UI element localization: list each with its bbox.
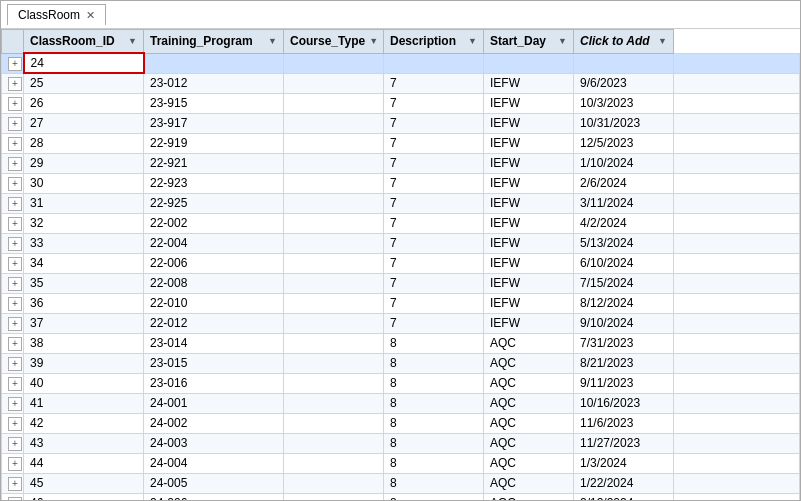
expand-cell: + — [2, 473, 24, 493]
click-to-add-cell — [674, 133, 800, 153]
training-program-cell — [284, 73, 384, 93]
training-program-cell — [284, 173, 384, 193]
table-row: +4023-0168AQC9/11/2023 — [2, 373, 800, 393]
classroom-id-cell: 22-008 — [144, 273, 284, 293]
expand-button[interactable]: + — [8, 497, 22, 501]
row-number-cell: 25 — [24, 73, 144, 93]
description-cell: IEFW — [484, 133, 574, 153]
filter-arrow-training-program[interactable]: ▼ — [268, 36, 277, 46]
description-cell: IEFW — [484, 313, 574, 333]
course-type-cell: 7 — [384, 133, 484, 153]
row-number-cell: 44 — [24, 453, 144, 473]
table-row: +2723-9177IEFW10/31/2023 — [2, 113, 800, 133]
description-cell: IEFW — [484, 233, 574, 253]
training-program-cell — [284, 313, 384, 333]
click-to-add-cell — [674, 53, 800, 73]
classroom-id-cell: 23-015 — [144, 353, 284, 373]
classroom-table: ClassRoom_ID ▼ Training_Program ▼ Course… — [1, 29, 800, 500]
training-program-cell — [284, 213, 384, 233]
expand-button[interactable]: + — [8, 297, 22, 311]
start-day-cell: 12/5/2023 — [574, 133, 674, 153]
expand-button[interactable]: + — [8, 337, 22, 351]
expand-button[interactable]: + — [8, 157, 22, 171]
expand-button[interactable]: + — [8, 57, 22, 71]
course-type-cell: 8 — [384, 453, 484, 473]
expand-button[interactable]: + — [8, 437, 22, 451]
click-to-add-cell — [674, 413, 800, 433]
col-header-classroom-id[interactable]: ClassRoom_ID ▼ — [24, 30, 144, 54]
description-cell: IEFW — [484, 213, 574, 233]
expand-button[interactable]: + — [8, 477, 22, 491]
expand-cell: + — [2, 173, 24, 193]
expand-button[interactable]: + — [8, 117, 22, 131]
click-to-add-cell — [674, 233, 800, 253]
expand-cell: + — [2, 413, 24, 433]
expand-cell: + — [2, 333, 24, 353]
editing-input[interactable] — [31, 56, 71, 70]
classroom-tab[interactable]: ClassRoom ✕ — [7, 4, 106, 25]
course-type-cell: 8 — [384, 493, 484, 500]
training-program-cell — [284, 153, 384, 173]
col-header-course-type[interactable]: Course_Type ▼ — [284, 30, 384, 54]
row-number-cell — [24, 53, 144, 73]
expand-cell: + — [2, 93, 24, 113]
click-to-add-cell — [674, 153, 800, 173]
start-day-cell: 11/27/2023 — [574, 433, 674, 453]
tab-close-icon[interactable]: ✕ — [86, 9, 95, 22]
expand-button[interactable]: + — [8, 197, 22, 211]
col-header-description[interactable]: Description ▼ — [384, 30, 484, 54]
row-number-cell: 40 — [24, 373, 144, 393]
expand-button[interactable]: + — [8, 277, 22, 291]
classroom-id-cell: 23-915 — [144, 93, 284, 113]
expand-button[interactable]: + — [8, 137, 22, 151]
training-program-cell — [284, 293, 384, 313]
expand-button[interactable]: + — [8, 417, 22, 431]
table-row: +2922-9217IEFW1/10/2024 — [2, 153, 800, 173]
expand-cell: + — [2, 113, 24, 133]
expand-cell: + — [2, 253, 24, 273]
course-type-cell: 8 — [384, 373, 484, 393]
title-bar: ClassRoom ✕ — [1, 1, 800, 29]
expand-button[interactable]: + — [8, 97, 22, 111]
expand-cell: + — [2, 313, 24, 333]
description-cell: AQC — [484, 333, 574, 353]
expand-button[interactable]: + — [8, 237, 22, 251]
expand-button[interactable]: + — [8, 357, 22, 371]
course-type-cell: 8 — [384, 393, 484, 413]
filter-arrow-classroom-id[interactable]: ▼ — [128, 36, 137, 46]
col-header-start-day[interactable]: Start_Day ▼ — [484, 30, 574, 54]
click-to-add-cell — [674, 493, 800, 500]
training-program-cell — [284, 93, 384, 113]
filter-arrow-click-to-add[interactable]: ▼ — [658, 36, 667, 46]
description-cell: IEFW — [484, 193, 574, 213]
start-day-cell: 10/31/2023 — [574, 113, 674, 133]
start-day-cell: 1/22/2024 — [574, 473, 674, 493]
expand-button[interactable]: + — [8, 217, 22, 231]
click-to-add-cell — [674, 473, 800, 493]
expand-cell: + — [2, 153, 24, 173]
start-day-cell: 4/2/2024 — [574, 213, 674, 233]
click-to-add-cell — [674, 213, 800, 233]
expand-button[interactable]: + — [8, 177, 22, 191]
click-to-add-cell — [674, 253, 800, 273]
col-header-click-to-add[interactable]: Click to Add ▼ — [574, 30, 674, 54]
table-row: +4524-0058AQC1/22/2024 — [2, 473, 800, 493]
row-number-cell: 46 — [24, 493, 144, 500]
expand-button[interactable]: + — [8, 457, 22, 471]
table-wrapper[interactable]: ClassRoom_ID ▼ Training_Program ▼ Course… — [1, 29, 800, 500]
row-number-cell: 42 — [24, 413, 144, 433]
filter-arrow-description[interactable]: ▼ — [468, 36, 477, 46]
expand-button[interactable]: + — [8, 317, 22, 331]
description-cell: AQC — [484, 373, 574, 393]
col-header-training-program[interactable]: Training_Program ▼ — [144, 30, 284, 54]
filter-arrow-course-type[interactable]: ▼ — [369, 36, 378, 46]
expand-button[interactable]: + — [8, 397, 22, 411]
click-to-add-cell — [674, 73, 800, 93]
click-to-add-cell — [674, 193, 800, 213]
expand-button[interactable]: + — [8, 77, 22, 91]
filter-arrow-start-day[interactable]: ▼ — [558, 36, 567, 46]
click-to-add-cell — [674, 113, 800, 133]
row-number-cell: 29 — [24, 153, 144, 173]
expand-button[interactable]: + — [8, 377, 22, 391]
expand-button[interactable]: + — [8, 257, 22, 271]
